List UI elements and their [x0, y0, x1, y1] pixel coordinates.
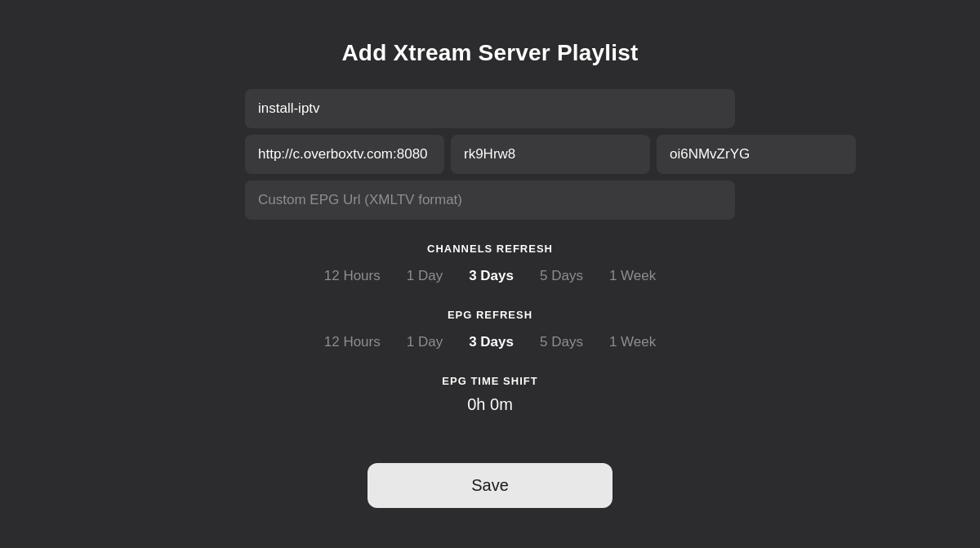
- channels-refresh-label: CHANNELS REFRESH: [427, 243, 553, 255]
- channels-refresh-1d[interactable]: 1 Day: [397, 263, 452, 289]
- save-button[interactable]: Save: [368, 463, 612, 508]
- playlist-name-input[interactable]: [245, 89, 735, 128]
- epg-time-shift-value[interactable]: 0h 0m: [467, 395, 513, 414]
- epg-refresh-3d[interactable]: 3 Days: [459, 329, 523, 355]
- channels-refresh-1w[interactable]: 1 Week: [599, 263, 666, 289]
- epg-refresh-label: EPG REFRESH: [448, 309, 532, 321]
- channels-refresh-5d[interactable]: 5 Days: [530, 263, 593, 289]
- epg-refresh-5d[interactable]: 5 Days: [530, 329, 593, 355]
- form-section: [245, 89, 735, 220]
- epg-refresh-12h[interactable]: 12 Hours: [314, 329, 390, 355]
- server-credentials-row: [245, 135, 735, 174]
- epg-refresh-options: 12 Hours 1 Day 3 Days 5 Days 1 Week: [245, 329, 735, 355]
- epg-refresh-1d[interactable]: 1 Day: [397, 329, 452, 355]
- epg-refresh-1w[interactable]: 1 Week: [599, 329, 666, 355]
- channels-refresh-12h[interactable]: 12 Hours: [314, 263, 390, 289]
- epg-url-input[interactable]: [245, 180, 735, 220]
- dialog-title: Add Xtream Server Playlist: [341, 40, 638, 66]
- server-url-input[interactable]: [245, 135, 444, 174]
- channels-refresh-options: 12 Hours 1 Day 3 Days 5 Days 1 Week: [245, 263, 735, 289]
- add-playlist-dialog: Add Xtream Server Playlist CHANNELS REFR…: [245, 40, 735, 508]
- username-input[interactable]: [451, 135, 650, 174]
- epg-time-shift-label: EPG TIME SHIFT: [442, 375, 537, 387]
- password-input[interactable]: [657, 135, 856, 174]
- channels-refresh-3d[interactable]: 3 Days: [459, 263, 523, 289]
